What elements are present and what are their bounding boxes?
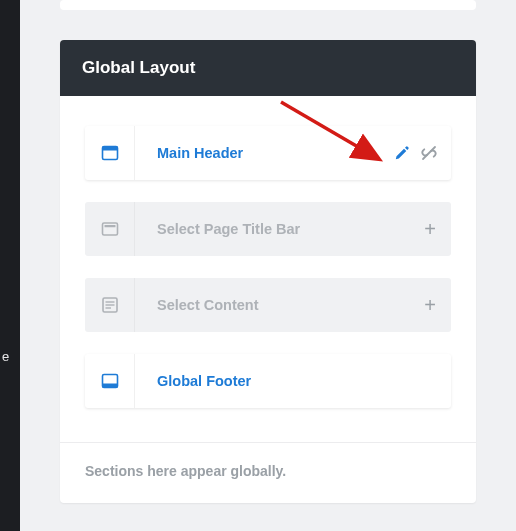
previous-card-sliver [60, 0, 476, 10]
layout-header-icon [101, 144, 119, 162]
row-icon-cell [85, 354, 135, 408]
row-label: Select Content [135, 297, 409, 313]
card-footer-note: Sections here appear globally. [60, 442, 476, 503]
layout-row-main-header[interactable]: Main Header [85, 126, 451, 180]
add-button[interactable]: + [409, 294, 451, 317]
layout-footer-icon [101, 372, 119, 390]
row-icon-cell [85, 202, 135, 256]
page-area: Global Layout Main Header [20, 0, 516, 531]
title-bar-icon [101, 220, 119, 238]
row-label: Global Footer [135, 373, 381, 389]
layout-row-content[interactable]: Select Content + [85, 278, 451, 332]
content-icon [101, 296, 119, 314]
row-label: Main Header [135, 145, 381, 161]
card-title: Global Layout [60, 40, 476, 96]
layout-row-global-footer[interactable]: Global Footer [85, 354, 451, 408]
unlink-icon[interactable] [420, 144, 438, 162]
svg-rect-3 [102, 223, 117, 235]
card-body: Main Header [60, 96, 476, 442]
row-icon-cell [85, 126, 135, 180]
row-label: Select Page Title Bar [135, 221, 409, 237]
add-button[interactable]: + [409, 218, 451, 241]
row-icon-cell [85, 278, 135, 332]
layout-row-page-title-bar[interactable]: Select Page Title Bar + [85, 202, 451, 256]
row-actions [381, 144, 451, 162]
pencil-icon[interactable] [394, 145, 410, 161]
sidebar-partial-text: e [2, 350, 9, 363]
svg-rect-4 [104, 225, 115, 227]
svg-rect-10 [102, 384, 117, 388]
svg-rect-1 [102, 147, 117, 151]
app-sidebar-strip: e [0, 0, 20, 531]
global-layout-card: Global Layout Main Header [60, 40, 476, 503]
